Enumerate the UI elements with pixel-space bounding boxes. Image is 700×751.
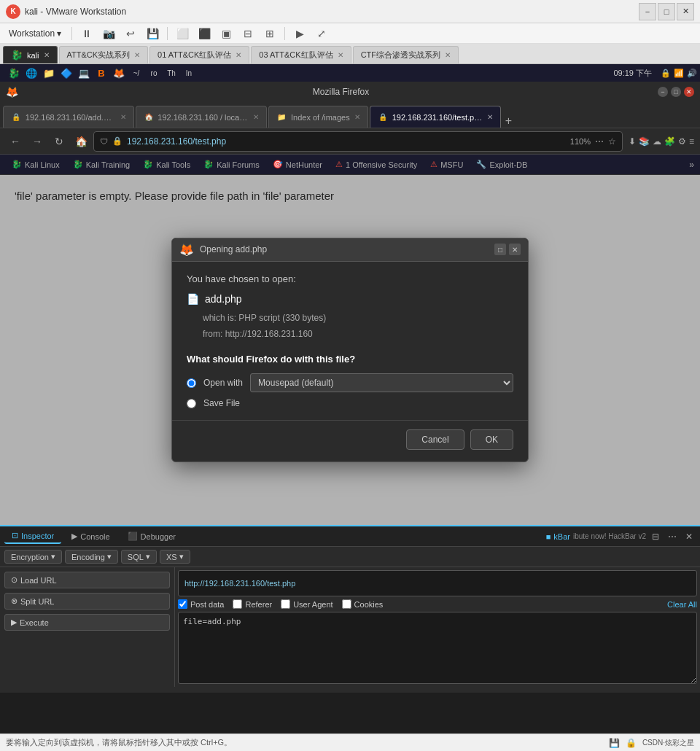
hackbar-expand-icon[interactable]: ⊟ bbox=[649, 530, 662, 543]
fullscreen-button[interactable]: ⤢ bbox=[311, 23, 332, 44]
cookies-checkbox-label[interactable]: Cookies bbox=[342, 599, 384, 609]
url-menu-icon[interactable]: ⋯ bbox=[595, 136, 604, 147]
sql-menu[interactable]: SQL ▾ bbox=[121, 550, 157, 564]
home-button[interactable]: 🏠 bbox=[71, 132, 90, 151]
kali-ro-icon[interactable]: ro bbox=[146, 65, 162, 81]
terminal-button[interactable]: ▶ bbox=[289, 23, 310, 44]
view-split-button[interactable]: ⬛ bbox=[194, 23, 214, 44]
save-file-radio[interactable] bbox=[187, 399, 196, 408]
split-url-button[interactable]: ⊗ Split URL bbox=[4, 593, 170, 610]
kali-home-icon[interactable]: ~/ bbox=[128, 65, 144, 81]
extensions-icon[interactable]: 🧩 bbox=[664, 136, 675, 147]
pause-button[interactable]: ⏸ bbox=[77, 23, 97, 44]
execute-button[interactable]: ▶ Execute bbox=[4, 614, 170, 631]
close-button[interactable]: ✕ bbox=[677, 3, 694, 20]
vm-tab-close-attck1[interactable]: ✕ bbox=[134, 51, 140, 59]
bookmark-kali-linux[interactable]: 🐉 Kali Linux bbox=[6, 157, 66, 171]
ff-maximize[interactable]: □ bbox=[671, 87, 681, 97]
bookmark-nethunter[interactable]: 🎯 NetHunter bbox=[267, 157, 328, 171]
clear-all-button[interactable]: Clear All bbox=[667, 600, 697, 609]
new-tab-button[interactable]: + bbox=[505, 114, 512, 128]
vm-tab-attck2[interactable]: 01 ATT&CK红队评估 ✕ bbox=[149, 46, 249, 63]
maximize-button[interactable]: □ bbox=[658, 3, 675, 20]
ff-tab-close-1[interactable]: ✕ bbox=[120, 113, 126, 121]
library-icon[interactable]: 📚 bbox=[639, 136, 650, 147]
referer-checkbox[interactable] bbox=[233, 599, 242, 609]
url-bookmark-icon[interactable]: ☆ bbox=[608, 136, 616, 147]
reload-button[interactable]: ↻ bbox=[50, 132, 69, 151]
dialog-open-with-option[interactable]: Open with Mousepad (default) bbox=[187, 373, 513, 392]
vm-tab-attck1[interactable]: ATT&CK实战系列 ✕ bbox=[59, 46, 149, 63]
suspend-button[interactable]: 💾 bbox=[142, 23, 163, 44]
hackbar-more-icon[interactable]: ⋯ bbox=[665, 530, 680, 543]
vm-tab-close-attck2[interactable]: ✕ bbox=[236, 51, 241, 59]
workstation-menu[interactable]: Workstation ▾ bbox=[3, 26, 67, 42]
ff-tab-addphp[interactable]: 🔒 192.168.231.160/add.php ✕ bbox=[3, 106, 134, 128]
kali-dragon-icon[interactable]: 🐉 bbox=[6, 65, 22, 81]
cancel-button[interactable]: Cancel bbox=[406, 429, 464, 450]
bookmark-offensive-security[interactable]: ⚠ 1 Offensive Security bbox=[330, 157, 423, 171]
user-agent-checkbox[interactable] bbox=[281, 599, 290, 609]
encoding-menu[interactable]: Encoding ▾ bbox=[65, 550, 118, 564]
load-url-button[interactable]: ⊙ Load URL bbox=[4, 572, 170, 588]
settings-icon[interactable]: ⚙ bbox=[678, 136, 686, 147]
hackbar-close-icon[interactable]: ✕ bbox=[682, 530, 696, 543]
view-normal-button[interactable]: ⬜ bbox=[172, 23, 192, 44]
snapshot-button[interactable]: 📷 bbox=[98, 23, 119, 44]
bookmark-kali-forums[interactable]: 🐉 Kali Forums bbox=[198, 157, 265, 171]
referer-checkbox-label[interactable]: Referer bbox=[233, 599, 272, 609]
vm-tab-close-ctf[interactable]: ✕ bbox=[445, 51, 451, 59]
vm-tab-attck3[interactable]: 03 ATT&CK红队评估 ✕ bbox=[251, 46, 351, 63]
kali-firefox-icon[interactable]: 🦊 bbox=[111, 65, 127, 81]
minimize-button[interactable]: − bbox=[639, 3, 656, 20]
view-tabs-button[interactable]: ⊟ bbox=[238, 23, 258, 44]
ff-close[interactable]: ✕ bbox=[684, 87, 694, 97]
downloads-icon[interactable]: ⬇ bbox=[629, 136, 636, 147]
post-data-checkbox-label[interactable]: Post data bbox=[178, 599, 224, 609]
kali-in-icon[interactable]: In bbox=[181, 65, 197, 81]
bookmark-exploit-db[interactable]: 🔧 Exploit-DB bbox=[470, 157, 533, 171]
dialog-restore-button[interactable]: □ bbox=[494, 244, 506, 255]
ff-tab-images[interactable]: 📁 Index of /images ✕ bbox=[268, 106, 368, 128]
kali-th-icon[interactable]: Th bbox=[163, 65, 179, 81]
bookmark-msfu[interactable]: ⚠ MSFU bbox=[424, 157, 469, 171]
kali-terminal-icon[interactable]: 💻 bbox=[76, 65, 92, 81]
ff-tab-localhost[interactable]: 🏠 192.168.231.160 / localh… ✕ bbox=[136, 106, 267, 128]
hackbar-tab-console[interactable]: ▶ Console bbox=[64, 529, 117, 543]
revert-button[interactable]: ↩ bbox=[120, 23, 141, 44]
dialog-save-file-option[interactable]: Save File bbox=[187, 398, 513, 408]
view-full-button[interactable]: ▣ bbox=[216, 23, 236, 44]
kali-browser-icon[interactable]: 🌐 bbox=[23, 65, 39, 81]
back-button[interactable]: ← bbox=[6, 132, 25, 151]
ff-tab-close-3[interactable]: ✕ bbox=[354, 113, 360, 121]
bookmarks-more-icon[interactable]: » bbox=[689, 160, 694, 170]
kali-burp-icon[interactable]: B bbox=[93, 65, 109, 81]
firefox-menu-icon[interactable]: ≡ bbox=[689, 136, 694, 147]
open-with-radio[interactable] bbox=[187, 378, 196, 388]
ff-tab-testphp[interactable]: 🔒 192.168.231.160/test.php ✕ bbox=[370, 106, 501, 128]
hackbar-url-input[interactable] bbox=[178, 570, 697, 596]
ff-tab-close-2[interactable]: ✕ bbox=[253, 113, 259, 121]
user-agent-checkbox-label[interactable]: User Agent bbox=[281, 599, 332, 609]
hackbar-tab-inspector[interactable]: ⊡ Inspector bbox=[4, 529, 61, 544]
post-data-checkbox[interactable] bbox=[178, 599, 187, 609]
vm-tab-close-kali[interactable]: ✕ bbox=[44, 51, 50, 59]
cookies-checkbox[interactable] bbox=[342, 599, 351, 609]
open-with-select[interactable]: Mousepad (default) bbox=[250, 373, 513, 392]
sync-icon[interactable]: ☁ bbox=[653, 136, 661, 147]
ff-minimize[interactable]: − bbox=[658, 87, 668, 97]
forward-button[interactable]: → bbox=[28, 132, 47, 151]
vm-tab-kali[interactable]: 🐉 kali ✕ bbox=[3, 46, 58, 63]
hackbar-post-textarea[interactable]: file=add.php bbox=[178, 612, 697, 684]
hackbar-tab-debugger[interactable]: ⬛ Debugger bbox=[120, 529, 183, 543]
ok-button[interactable]: OK bbox=[470, 429, 513, 450]
vm-tab-close-attck3[interactable]: ✕ bbox=[338, 51, 343, 59]
bookmark-kali-tools[interactable]: 🐉 Kali Tools bbox=[137, 157, 196, 171]
xs-menu[interactable]: XS ▾ bbox=[160, 550, 190, 564]
kali-files-icon[interactable]: 📁 bbox=[41, 65, 57, 81]
bookmark-kali-training[interactable]: 🐉 Kali Training bbox=[67, 157, 136, 171]
kali-blue-icon[interactable]: 🔷 bbox=[58, 65, 74, 81]
vm-tab-ctf[interactable]: CTF综合渗透实战系列 ✕ bbox=[353, 46, 459, 63]
dialog-close-button[interactable]: ✕ bbox=[509, 244, 521, 255]
url-bar[interactable]: 🛡 🔒 192.168.231.160/test.php 110% ⋯ ☆ bbox=[93, 131, 623, 152]
